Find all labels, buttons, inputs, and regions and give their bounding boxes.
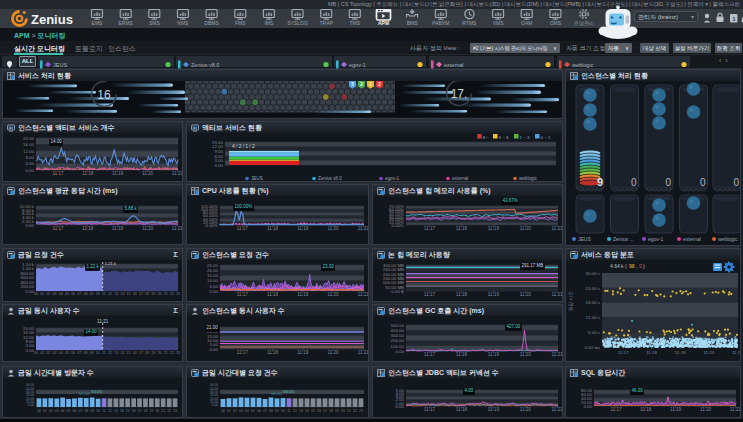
svg-text:11:20: 11:20 <box>327 226 339 231</box>
svg-text:11:18: 11:18 <box>267 350 279 355</box>
svg-text:weblogic: weblogic <box>718 236 738 242</box>
svg-text:10: 10 <box>96 292 100 296</box>
svg-text:external: external <box>444 62 464 68</box>
svg-text:운영관리: 운영관리 <box>574 20 594 27</box>
svg-text:16: 16 <box>133 351 137 355</box>
svg-text:18: 18 <box>145 292 149 296</box>
svg-text:02: 02 <box>233 409 237 413</box>
svg-text:11:21: 11:21 <box>552 407 562 412</box>
svg-text:19: 19 <box>151 351 155 355</box>
svg-text:12: 12 <box>108 292 112 296</box>
svg-text:03: 03 <box>239 409 243 413</box>
svg-text:19: 19 <box>335 409 339 413</box>
svg-text:14: 14 <box>120 292 124 296</box>
svg-text:11:18: 11:18 <box>456 407 468 412</box>
svg-text:BMS: BMS <box>407 20 419 26</box>
svg-text:3 ~ 8: 3 ~ 8 <box>499 135 509 140</box>
svg-text:00: 00 <box>221 409 225 413</box>
svg-text:08: 08 <box>83 351 87 355</box>
svg-text:23: 23 <box>176 292 180 296</box>
svg-text:11:19: 11:19 <box>488 226 500 231</box>
svg-text:00: 00 <box>37 409 41 413</box>
svg-text:09: 09 <box>275 409 279 413</box>
svg-text:11:21: 11:21 <box>358 292 368 297</box>
svg-text:11:21: 11:21 <box>172 226 182 231</box>
svg-text:0.00: 0.00 <box>395 349 404 354</box>
svg-text:04: 04 <box>59 292 63 296</box>
svg-text:11:19: 11:19 <box>670 407 682 412</box>
svg-text:11: 11 <box>102 351 106 355</box>
svg-text:ERMS: ERMS <box>118 20 133 26</box>
svg-text:13: 13 <box>299 409 303 413</box>
svg-text:0 ~ 1: 0 ~ 1 <box>541 135 551 140</box>
svg-text:11:20: 11:20 <box>520 292 532 297</box>
svg-text:17: 17 <box>139 292 143 296</box>
svg-text:11:19: 11:19 <box>297 226 309 231</box>
svg-text:07: 07 <box>77 351 81 355</box>
svg-text:6.00 s: 6.00 s <box>588 330 601 335</box>
svg-text:11:21: 11:21 <box>358 226 368 231</box>
svg-text:08: 08 <box>84 409 88 413</box>
svg-text:14: 14 <box>305 409 309 413</box>
svg-text:11:17: 11:17 <box>618 350 629 355</box>
svg-text:10: 10 <box>96 409 100 413</box>
svg-text:57.00: 57.00 <box>79 391 91 396</box>
svg-text:SMS: SMS <box>149 20 161 26</box>
svg-text:11:17: 11:17 <box>52 226 64 231</box>
svg-text:18: 18 <box>329 409 333 413</box>
svg-text:0.00: 0.00 <box>209 289 218 294</box>
svg-text:05: 05 <box>65 351 69 355</box>
svg-text:09: 09 <box>90 292 94 296</box>
svg-text:0.00: 0.00 <box>25 223 34 228</box>
svg-text:13: 13 <box>114 409 118 413</box>
svg-text:03: 03 <box>55 409 59 413</box>
svg-text:22: 22 <box>353 409 357 413</box>
svg-text:23: 23 <box>359 409 363 413</box>
svg-text:01: 01 <box>40 351 44 355</box>
svg-text:11:19: 11:19 <box>297 292 309 297</box>
svg-text:05: 05 <box>251 409 255 413</box>
svg-text:12: 12 <box>293 409 297 413</box>
svg-text:JEUS: JEUS <box>53 62 67 68</box>
svg-text:external: external <box>452 176 468 181</box>
svg-text:03: 03 <box>53 292 57 296</box>
svg-text:Zenius v8.0: Zenius v8.0 <box>191 62 219 68</box>
svg-text:0: 0 <box>665 177 671 188</box>
svg-text:8 ~: 8 ~ <box>483 135 490 140</box>
svg-text:VMS: VMS <box>493 20 505 26</box>
svg-text:56.00: 56.00 <box>283 389 295 394</box>
svg-text:11:18: 11:18 <box>267 292 279 297</box>
svg-text:11:20: 11:20 <box>700 407 712 412</box>
svg-text:20: 20 <box>158 292 162 296</box>
svg-text:01: 01 <box>227 409 231 413</box>
svg-text:23: 23 <box>173 409 177 413</box>
svg-text:21: 21 <box>347 409 351 413</box>
svg-text:22: 22 <box>167 409 171 413</box>
svg-text:9: 9 <box>597 176 603 188</box>
svg-text:02: 02 <box>46 351 50 355</box>
svg-text:11:20: 11:20 <box>703 350 714 355</box>
svg-text:05: 05 <box>65 292 69 296</box>
svg-text:11:18: 11:18 <box>82 171 94 176</box>
svg-text:4 / 2 / 1 / 2: 4 / 2 / 1 / 2 <box>232 144 255 149</box>
svg-text:04: 04 <box>59 351 63 355</box>
svg-text:11:17: 11:17 <box>424 292 436 297</box>
svg-text:11:17: 11:17 <box>237 350 249 355</box>
svg-text:11:19: 11:19 <box>112 171 124 176</box>
svg-text:30.00 s: 30.00 s <box>586 271 601 276</box>
svg-text:09: 09 <box>90 409 94 413</box>
svg-text:11:21: 11:21 <box>732 350 740 355</box>
svg-text:0.00: 0.00 <box>214 163 223 168</box>
svg-text:19: 19 <box>150 409 154 413</box>
svg-text:JEUS: JEUS <box>251 176 263 181</box>
svg-text:14: 14 <box>120 409 124 413</box>
svg-text:11:17: 11:17 <box>610 407 622 412</box>
svg-text:10: 10 <box>96 351 100 355</box>
svg-text:23: 23 <box>176 351 180 355</box>
svg-text:weblogic: weblogic <box>571 62 594 68</box>
svg-text:06: 06 <box>73 409 77 413</box>
svg-text:OAM: OAM <box>521 20 532 26</box>
svg-text:DBMS: DBMS <box>204 20 219 26</box>
svg-text:11:18: 11:18 <box>82 226 94 231</box>
svg-text:00: 00 <box>34 292 38 296</box>
